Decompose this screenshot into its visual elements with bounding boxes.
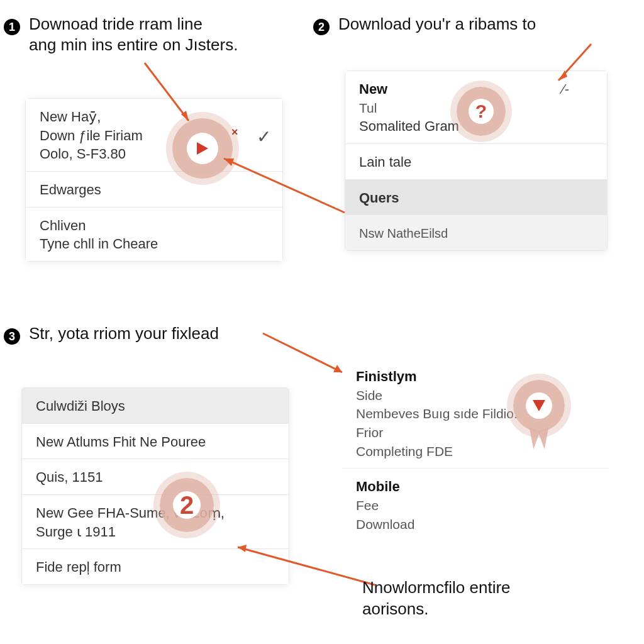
chevron-down-icon[interactable]: ✓ xyxy=(257,125,271,149)
step-1-badge: 1 xyxy=(4,19,20,35)
card-1-row-1[interactable]: New Haȳ, Down ƒile Firiam Oolo, S-F3.80 … xyxy=(26,99,282,172)
card-2-row-3[interactable]: Quers xyxy=(345,180,607,216)
card-4: Finistlym Side Nembeves Buıg sıde Fildio… xyxy=(342,358,609,541)
number-2-icon: 2 xyxy=(180,491,194,519)
annotation-x-mark: × xyxy=(231,126,238,139)
step-3-heading: Str, yota rriom your fixlead xyxy=(29,323,219,344)
card-2-row-1-line3: Somalited Gram xyxy=(359,118,459,134)
note-caption-line2: aorisons. xyxy=(362,599,429,618)
arrow-down-icon xyxy=(533,400,545,411)
card-4-row-1-sub3: Frior xyxy=(356,425,383,440)
card-1-row-1-line1: New Haȳ, xyxy=(40,109,101,125)
step-2-badge: 2 xyxy=(313,19,330,35)
card-1-row-1-line3: Oolo, S-F3.80 xyxy=(40,146,126,162)
card-1-row-1-line2: Down ƒile Firiam xyxy=(40,128,143,143)
card-1-row-3-line1: Chliven xyxy=(40,218,86,233)
card-4-row-1-sub2: Nembeves Buıg sıde Fildio. xyxy=(356,406,518,421)
card-3-row-5-text: Fide repļ form xyxy=(36,559,121,575)
step-1-heading: Downoad tride rram line ang min ins enti… xyxy=(29,14,238,55)
card-4-row-2-sub2: Download xyxy=(356,517,414,531)
arrow-right-icon xyxy=(197,142,208,155)
card-4-row-1-sub4: Completing FDE xyxy=(356,444,453,458)
annotation-badge-question-inner: ? xyxy=(469,99,494,125)
card-3-row-2[interactable]: New Atlums Fhit Ne Pouree xyxy=(22,424,289,460)
card-3-row-1[interactable]: Culwdiži Bloys xyxy=(22,388,289,424)
card-3-row-3[interactable]: Quis, 1151 xyxy=(22,459,289,495)
note-caption-line1: Nnowlormcfilo entire xyxy=(362,578,511,597)
step-1-heading-line2: ang min ins entire on Jısters. xyxy=(29,35,238,54)
card-2-row-1-sub: Tul xyxy=(359,101,377,115)
card-1-row-2[interactable]: Edwarges xyxy=(26,172,282,208)
annotation-badge-number: 2 xyxy=(160,478,214,532)
annotation-badge-ribbon xyxy=(513,380,565,431)
card-4-row-2-sub1: Fee xyxy=(356,498,379,513)
card-4-row-1[interactable]: Finistlym Side Nembeves Buıg sıde Fildio… xyxy=(342,358,609,469)
svg-marker-7 xyxy=(333,365,342,372)
step-2-heading-text: Download you'r a ribams to xyxy=(338,14,536,33)
step-1-heading-line1: Downoad tride rram line xyxy=(29,14,203,33)
svg-line-6 xyxy=(263,333,342,372)
annotation-badge-number-inner: 2 xyxy=(173,491,201,519)
card-4-row-1-sub1: Side xyxy=(356,388,382,402)
card-4-row-1-bold: Finistlym xyxy=(356,369,417,384)
step-2-heading: Download you'r a ribams to xyxy=(338,14,536,35)
annotation-badge-ribbon-inner xyxy=(526,392,553,419)
annotation-badge-arrow-inner xyxy=(187,133,218,164)
card-4-row-2[interactable]: Mobile Fee Download xyxy=(342,469,609,541)
slash-mark-icon: ⁄- xyxy=(562,80,569,99)
note-caption: Nnowlormcfilo entire aorisons. xyxy=(362,577,511,620)
card-3-row-5[interactable]: Fide repļ form xyxy=(22,549,289,584)
card-3-row-1-text: Culwdiži Bloys xyxy=(36,398,125,414)
card-2-row-3-text: Quers xyxy=(359,190,399,206)
card-2-row-2[interactable]: Lain tale xyxy=(345,144,607,180)
card-2-row-4-text: Nsw NatheEilsd xyxy=(359,226,448,240)
annotation-badge-question: ? xyxy=(457,87,506,136)
card-3-row-4[interactable]: New Gee FHA-Sume, vs Zoṃ, Surge ɩ 1911 xyxy=(22,495,289,549)
card-3-row-4-line2: Surge ɩ 1911 xyxy=(36,524,116,540)
question-mark-icon: ? xyxy=(475,101,487,122)
card-3: Culwdiži Bloys New Atlums Fhit Ne Pouree… xyxy=(21,387,289,585)
card-3-row-2-text: New Atlums Fhit Ne Pouree xyxy=(36,434,206,450)
card-1: New Haȳ, Down ƒile Firiam Oolo, S-F3.80 … xyxy=(25,98,283,262)
card-1-row-3[interactable]: Chliven Tyne chll in Cheare xyxy=(26,208,282,261)
step-3-badge: 3 xyxy=(4,328,20,345)
step-3-heading-text: Str, yota rriom your fixlead xyxy=(29,324,219,343)
card-1-row-3-line2: Tyne chll in Cheare xyxy=(40,236,158,252)
card-2-row-2-text: Lain tale xyxy=(359,154,411,170)
annotation-badge-arrow xyxy=(172,118,233,179)
card-2-row-4[interactable]: Nsw NatheEilsd xyxy=(345,215,607,250)
card-3-row-3-text: Quis, 1151 xyxy=(36,469,103,485)
card-1-row-2-text: Edwarges xyxy=(40,182,101,197)
card-4-row-2-bold: Mobile xyxy=(356,479,400,494)
card-2-row-1-bold: New xyxy=(359,81,387,97)
